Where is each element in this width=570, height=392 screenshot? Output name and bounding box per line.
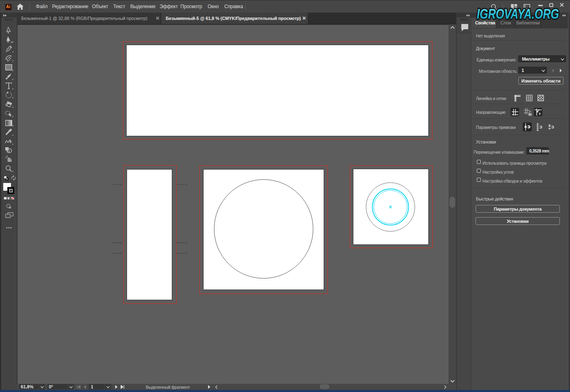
svg-text:IGROVAYA.ORG: IGROVAYA.ORG [477,6,559,22]
